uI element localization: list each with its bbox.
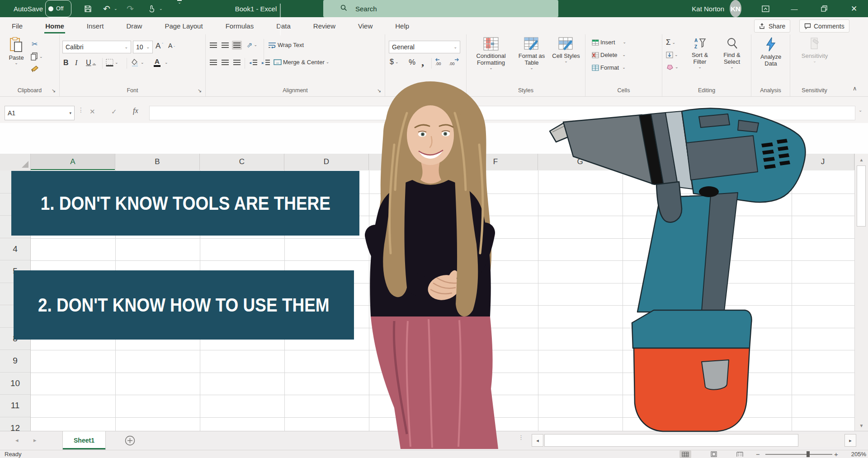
top-align-icon[interactable] xyxy=(208,41,218,50)
scroll-right-icon[interactable]: ▸ xyxy=(844,434,856,447)
column-header-D[interactable]: D xyxy=(284,154,369,170)
underline-button[interactable]: U⌄ xyxy=(86,59,96,67)
conditional-formatting-button[interactable]: Conditional Formatting⌄ xyxy=(470,37,512,70)
delete-cells-button[interactable]: Delete⌄ xyxy=(592,52,626,58)
wrap-text-button[interactable]: Wrap Text xyxy=(268,42,304,48)
row-header-4[interactable]: 4 xyxy=(0,238,30,261)
format-as-table-button[interactable]: Format as Table⌄ xyxy=(514,37,549,70)
align-center-icon[interactable] xyxy=(220,58,230,67)
fill-color-icon[interactable]: ⌄ xyxy=(131,59,144,66)
zoom-slider-track[interactable] xyxy=(765,454,832,455)
collapse-ribbon-icon[interactable]: ∧ xyxy=(853,85,857,92)
cut-icon[interactable]: ✂ xyxy=(32,40,38,48)
enter-icon[interactable]: ✓ xyxy=(111,108,117,116)
find-select-button[interactable]: Find & Select⌄ xyxy=(717,37,746,69)
italic-button[interactable]: I xyxy=(75,59,77,67)
search-box[interactable]: Search xyxy=(323,0,558,17)
font-color-icon[interactable]: A xyxy=(154,58,160,67)
tab-scrollbar-splitter[interactable]: ⋮ xyxy=(518,436,524,439)
vertical-scrollbar[interactable]: ▲ ▼ xyxy=(854,154,868,431)
tab-page-layout[interactable]: Page Layout xyxy=(159,17,208,34)
column-header-C[interactable]: C xyxy=(200,154,284,170)
tab-data[interactable]: Data xyxy=(271,17,296,34)
row-header-11[interactable]: 11 xyxy=(0,395,30,417)
number-dialog-launcher-icon[interactable]: ↘ xyxy=(458,88,462,94)
column-headers[interactable]: ABCDFGJ xyxy=(0,154,854,171)
page-break-view-icon[interactable] xyxy=(734,450,745,458)
share-button[interactable]: Share xyxy=(754,19,790,33)
row-header-9[interactable]: 9 xyxy=(0,350,30,373)
decrease-decimal-icon[interactable]: .00 xyxy=(448,58,459,66)
scroll-down-icon[interactable]: ▼ xyxy=(855,423,868,428)
scroll-left-icon[interactable]: ◂ xyxy=(532,434,543,447)
alignment-dialog-launcher-icon[interactable]: ↘ xyxy=(377,88,381,94)
orientation-icon[interactable]: ⇗⌄ xyxy=(246,41,257,49)
tab-formulas[interactable]: Formulas xyxy=(220,17,259,34)
tab-help[interactable]: Help xyxy=(390,17,415,34)
tab-draw[interactable]: Draw xyxy=(121,17,147,34)
cancel-icon[interactable]: ✕ xyxy=(90,108,95,116)
accounting-format-icon[interactable]: $⌄ xyxy=(390,58,398,66)
font-name-select[interactable]: Calibri⌄ xyxy=(62,41,131,53)
percent-style-icon[interactable]: % xyxy=(409,58,415,67)
sort-filter-button[interactable]: A Z Sort & Filter⌄ xyxy=(686,37,714,69)
column-header-hidden-4[interactable] xyxy=(369,154,453,170)
align-right-icon[interactable] xyxy=(232,58,242,67)
close-button[interactable]: ✕ xyxy=(847,0,861,17)
sheet-tab-sheet1[interactable]: Sheet1 xyxy=(62,431,106,450)
user-name[interactable]: Kat Norton xyxy=(674,0,724,17)
sheet-nav-right-icon[interactable]: ▸ xyxy=(33,437,37,444)
bottom-align-icon[interactable] xyxy=(232,41,242,50)
expand-formula-bar-icon[interactable]: ⌄ xyxy=(859,108,862,113)
comments-button[interactable]: Comments xyxy=(799,19,849,33)
column-header-A[interactable]: A xyxy=(31,154,115,170)
ribbon-display-options-icon[interactable] xyxy=(759,0,772,17)
font-size-select[interactable]: 10⌄ xyxy=(133,41,153,53)
horizontal-scroll-thumb[interactable] xyxy=(544,434,798,447)
vertical-scroll-thumb[interactable] xyxy=(857,165,866,227)
clear-icon[interactable]: ⌄ xyxy=(666,64,679,70)
column-header-G[interactable]: G xyxy=(538,154,623,170)
formula-input[interactable] xyxy=(149,106,855,120)
scroll-up-icon[interactable]: ▲ xyxy=(855,157,868,162)
tab-insert[interactable]: Insert xyxy=(81,17,109,34)
column-header-B[interactable]: B xyxy=(115,154,200,170)
bold-button[interactable]: B xyxy=(63,59,69,67)
middle-align-icon[interactable] xyxy=(220,41,230,50)
clipboard-dialog-launcher-icon[interactable]: ↘ xyxy=(52,88,56,94)
sensitivity-button[interactable]: Sensitivity⌄ xyxy=(797,37,832,63)
format-painter-icon[interactable] xyxy=(31,65,39,72)
borders-icon[interactable]: ⌄ xyxy=(106,59,118,66)
format-cells-button[interactable]: Format⌄ xyxy=(592,64,626,71)
row-header-10[interactable]: 10 xyxy=(0,373,30,395)
cell-styles-button[interactable]: Cell Styles⌄ xyxy=(552,37,580,63)
fill-down-icon[interactable]: ⌄ xyxy=(666,52,678,58)
new-sheet-button[interactable] xyxy=(125,435,135,448)
zoom-in-icon[interactable]: + xyxy=(834,450,838,458)
font-dialog-launcher-icon[interactable]: ↘ xyxy=(198,88,202,94)
zoom-out-icon[interactable]: − xyxy=(756,450,760,458)
merge-center-button[interactable]: ↔ Merge & Center⌄ xyxy=(274,59,329,66)
horizontal-scrollbar[interactable]: ◂ ▸ xyxy=(532,434,856,447)
namebox-splitter[interactable]: ⋮ xyxy=(78,109,84,112)
normal-view-icon[interactable] xyxy=(679,450,691,458)
increase-decimal-icon[interactable]: .00 xyxy=(435,58,446,66)
column-header-hidden-7[interactable] xyxy=(623,154,707,170)
insert-function-icon[interactable]: fx xyxy=(133,107,138,115)
align-left-icon[interactable] xyxy=(208,58,218,67)
column-header-J[interactable]: J xyxy=(792,154,854,170)
tab-home[interactable]: Home xyxy=(40,17,70,34)
minimize-button[interactable]: — xyxy=(788,0,801,17)
tab-file[interactable]: File xyxy=(6,17,28,34)
zoom-slider-thumb[interactable] xyxy=(807,451,810,457)
autosum-icon[interactable]: Σ⌄ xyxy=(666,38,675,47)
select-all-corner[interactable] xyxy=(0,154,31,170)
paste-button[interactable]: Paste ⌄ xyxy=(5,37,28,65)
column-header-hidden-8[interactable] xyxy=(707,154,792,170)
number-format-select[interactable]: General⌄ xyxy=(389,41,460,53)
analyze-data-button[interactable]: Analyze Data xyxy=(755,37,787,67)
insert-cells-button[interactable]: Insert⌄ xyxy=(592,39,626,46)
decrease-font-icon[interactable]: Aˇ xyxy=(168,42,175,49)
column-header-F[interactable]: F xyxy=(453,154,538,170)
increase-font-icon[interactable]: Aˆ xyxy=(156,42,163,51)
